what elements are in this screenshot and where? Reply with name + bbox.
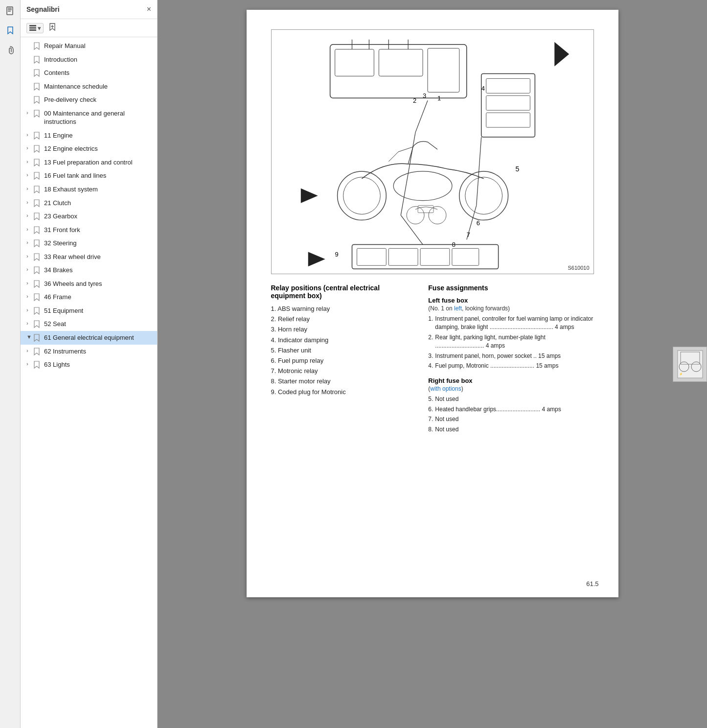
bookmark-expander-61-general[interactable]: ▼ — [26, 333, 33, 340]
bookmark-label-46-frame: 46 Frame — [44, 293, 71, 302]
bookmark-expander-63-lights[interactable]: › — [26, 360, 33, 367]
svg-text:2: 2 — [413, 97, 416, 104]
bookmark-expander-34-brakes[interactable]: › — [26, 266, 33, 272]
bookmark-item-repair-manual[interactable]: Repair Manual — [21, 39, 157, 53]
content-columns: Relay positions (central electrical equi… — [271, 284, 594, 441]
svg-rect-25 — [486, 113, 530, 127]
sidebar-view-button[interactable]: ▾ — [26, 23, 44, 33]
bookmark-label-32-steering: 32 Steering — [44, 239, 77, 248]
attachments-icon[interactable] — [3, 43, 17, 57]
bookmark-item-23-gearbox[interactable]: ›23 Gearbox — [21, 210, 157, 223]
relay-item-4: 4. Indicator damping — [271, 336, 409, 345]
bookmark-item-introduction[interactable]: Introduction — [21, 53, 157, 67]
fuse-text: Instrument panel, horn, power socket .. … — [435, 352, 593, 360]
bookmark-expander-62-instruments[interactable]: › — [26, 347, 33, 353]
bookmark-item-52-seat[interactable]: ›52 Seat — [21, 317, 157, 331]
left-fuse-list: 1.Instrument panel, controller for fuel … — [428, 315, 593, 370]
bookmark-item-61-general[interactable]: ▼61 General electrical equipment — [21, 331, 157, 345]
svg-point-49 — [429, 207, 446, 224]
svg-text:9: 9 — [335, 251, 338, 258]
bookmark-item-13-fuel[interactable]: ›13 Fuel preparation and control — [21, 156, 157, 169]
bookmark-expander-21-clutch[interactable]: › — [26, 199, 33, 205]
bookmark-item-16-fuel-tank[interactable]: ›16 Fuel tank and lines — [21, 169, 157, 183]
svg-rect-9 — [330, 45, 466, 98]
bookmark-item-31-front-fork[interactable]: ›31 Front fork — [21, 223, 157, 237]
bookmark-label-12-engine-electrics: 12 Engine electrics — [44, 144, 98, 153]
relay-item-2: 2. Relief relay — [271, 315, 409, 324]
bookmark-label-pre-delivery-check: Pre-delivery check — [44, 95, 96, 104]
bookmarks-icon[interactable] — [3, 23, 17, 37]
right-fuse-item-8: 8.Not used — [428, 425, 593, 434]
bookmark-item-51-equipment[interactable]: ›51 Equipment — [21, 304, 157, 318]
svg-line-43 — [415, 100, 428, 132]
bookmark-item-pre-delivery-check[interactable]: Pre-delivery check — [21, 93, 157, 107]
bookmark-icon-maintenance-schedule — [33, 83, 41, 91]
bookmark-expander-32-steering[interactable]: › — [26, 239, 33, 245]
bookmark-expander-51-equipment[interactable]: › — [26, 306, 33, 313]
fuse-num: 2. — [428, 333, 435, 351]
left-fuse-item-3: 3.Instrument panel, horn, power socket .… — [428, 352, 593, 360]
bookmarks-sidebar: Segnalibri × ▾ Repair ManualIntroduction… — [21, 0, 158, 728]
bookmark-expander-00-maintenance[interactable]: › — [26, 109, 33, 116]
bookmark-item-21-clutch[interactable]: ›21 Clutch — [21, 196, 157, 210]
bookmark-icon-51-equipment — [33, 307, 41, 315]
relay-item-6: 6. Fuel pump relay — [271, 356, 409, 365]
bookmark-item-62-instruments[interactable]: ›62 Instruments — [21, 345, 157, 358]
bookmark-icon-21-clutch — [33, 199, 41, 207]
bookmark-icon-63-lights — [33, 361, 41, 369]
bookmark-icon-34-brakes — [33, 266, 41, 274]
bookmark-expander-23-gearbox[interactable]: › — [26, 212, 33, 218]
bookmark-expander-12-engine-electrics[interactable]: › — [26, 144, 33, 151]
bookmark-expander-33-rear-wheel[interactable]: › — [26, 253, 33, 259]
bookmark-expander-18-exhaust[interactable]: › — [26, 185, 33, 191]
bookmark-label-61-general: 61 General electrical equipment — [44, 333, 134, 342]
bookmark-expander-31-front-fork[interactable]: › — [26, 226, 33, 232]
add-bookmark-button[interactable] — [47, 22, 57, 34]
bookmark-item-32-steering[interactable]: ›32 Steering — [21, 236, 157, 250]
relay-item-3: 3. Horn relay — [271, 325, 409, 334]
bookmark-icon-16-fuel-tank — [33, 172, 41, 180]
relay-section: Relay positions (central electrical equi… — [271, 284, 409, 441]
bookmark-item-00-maintenance[interactable]: ›00 Maintenance and general instructions — [21, 107, 157, 129]
svg-line-44 — [401, 132, 415, 215]
right-fuse-item-5: 5.Not used — [428, 395, 593, 403]
bookmark-item-63-lights[interactable]: ›63 Lights — [21, 358, 157, 372]
bookmark-expander-16-fuel-tank[interactable]: › — [26, 171, 33, 178]
svg-rect-10 — [335, 49, 374, 76]
bookmark-item-36-wheels[interactable]: ›36 Wheels and tyres — [21, 277, 157, 291]
svg-text:⚡: ⚡ — [679, 372, 683, 376]
bookmark-expander-introduction — [26, 55, 33, 56]
bookmark-item-11-engine[interactable]: ›11 Engine — [21, 129, 157, 142]
bookmark-icon-36-wheels — [33, 280, 41, 288]
page-thumbnail[interactable]: ⚡ — [673, 347, 707, 382]
fuse-num: 4. — [428, 362, 435, 370]
svg-rect-11 — [379, 49, 423, 76]
left-fuse-item-2: 2.Rear light, parking light, number-plat… — [428, 333, 593, 351]
bookmark-expander-46-frame[interactable]: › — [26, 293, 33, 299]
bookmark-expander-36-wheels[interactable]: › — [26, 280, 33, 286]
bookmark-label-00-maintenance: 00 Maintenance and general instructions — [44, 109, 153, 126]
bookmark-expander-13-fuel[interactable]: › — [26, 158, 33, 164]
svg-text:5: 5 — [515, 165, 519, 173]
bookmark-item-maintenance-schedule[interactable]: Maintenance schedule — [21, 80, 157, 94]
bookmark-item-12-engine-electrics[interactable]: ›12 Engine electrics — [21, 142, 157, 156]
relay-section-title: Relay positions (central electrical equi… — [271, 284, 409, 300]
bookmark-item-18-exhaust[interactable]: ›18 Exhaust system — [21, 183, 157, 196]
bookmark-item-contents[interactable]: Contents — [21, 66, 157, 80]
svg-rect-38 — [357, 248, 386, 265]
bookmark-item-46-frame[interactable]: ›46 Frame — [21, 290, 157, 304]
bookmark-expander-52-seat[interactable]: › — [26, 320, 33, 326]
svg-rect-24 — [486, 95, 530, 110]
bookmark-expander-11-engine[interactable]: › — [26, 131, 33, 138]
svg-rect-5 — [29, 27, 36, 29]
bookmark-item-34-brakes[interactable]: ›34 Brakes — [21, 263, 157, 277]
sidebar-close-button[interactable]: × — [147, 5, 151, 14]
bookmark-label-introduction: Introduction — [44, 55, 77, 64]
left-fuse-box: Left fuse box (No. 1 on left, looking fo… — [428, 297, 593, 370]
svg-rect-12 — [428, 48, 459, 93]
pages-icon[interactable] — [3, 4, 17, 18]
bookmark-label-63-lights: 63 Lights — [44, 360, 70, 369]
fuse-num: 3. — [428, 352, 435, 360]
bookmark-item-33-rear-wheel[interactable]: ›33 Rear wheel drive — [21, 250, 157, 264]
fuse-num: 1. — [428, 315, 435, 332]
